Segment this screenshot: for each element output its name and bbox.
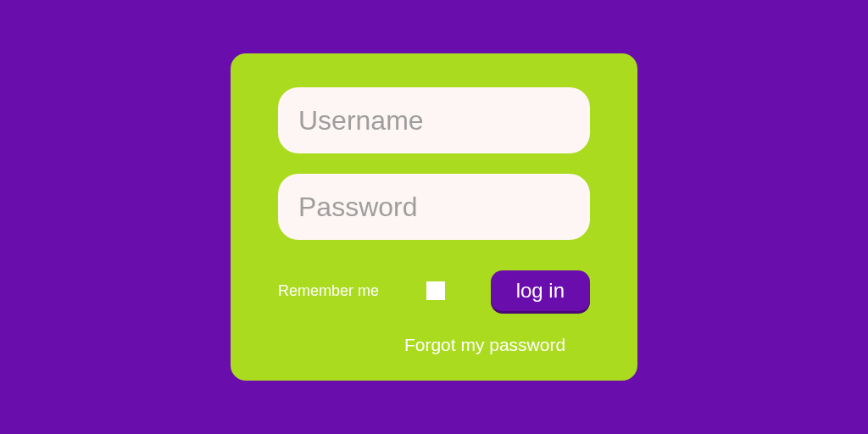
- options-row: Remember me log in: [278, 270, 590, 311]
- remember-me-label: Remember me: [278, 282, 379, 300]
- username-input[interactable]: [278, 87, 590, 153]
- remember-wrap: Remember me: [278, 281, 445, 300]
- password-input[interactable]: [278, 174, 590, 240]
- remember-me-checkbox[interactable]: [426, 281, 445, 300]
- login-card: Remember me log in Forgot my password: [231, 53, 637, 381]
- forgot-password-link[interactable]: Forgot my password: [404, 335, 565, 355]
- login-button[interactable]: log in: [491, 270, 590, 311]
